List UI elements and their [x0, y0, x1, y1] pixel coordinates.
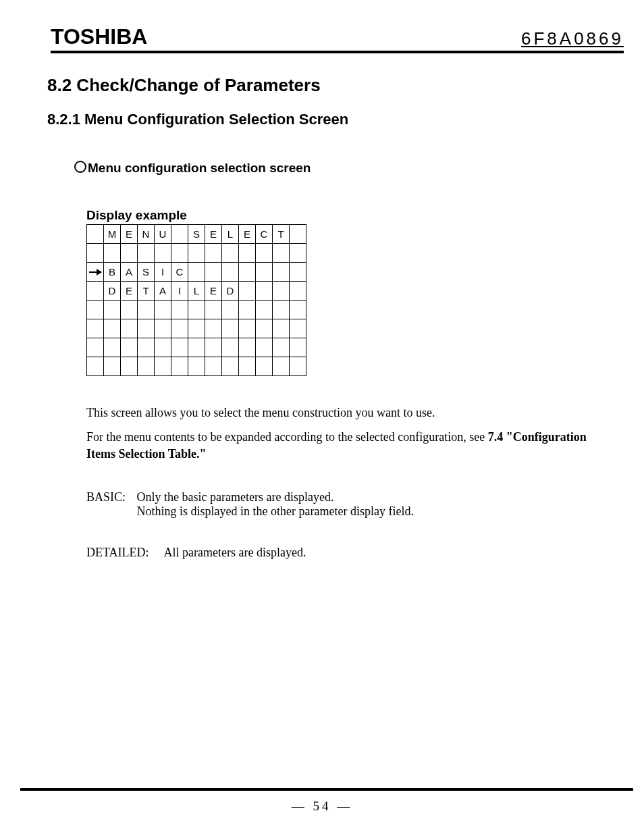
- display-example-label: Display example: [86, 208, 617, 223]
- lcd-row: [87, 244, 306, 263]
- lcd-cell: [138, 319, 155, 338]
- lcd-cell: [121, 301, 138, 319]
- lcd-cell: B: [104, 263, 121, 282]
- footer-rule: [20, 788, 633, 791]
- document-number: 6F8A0869: [521, 28, 624, 49]
- lcd-cell: E: [205, 282, 222, 301]
- lcd-cell: [222, 263, 239, 282]
- lcd-cell: [273, 301, 290, 319]
- lcd-cell: [290, 301, 306, 319]
- detailed-label: DETAILED:: [86, 546, 161, 560]
- lcd-cell: [290, 338, 306, 357]
- lcd-cell: [121, 244, 138, 263]
- lcd-row: [87, 301, 306, 319]
- lcd-cell: [188, 301, 205, 319]
- bullet-text: Menu configuration selection screen: [88, 161, 311, 175]
- lcd-cursor-cell: [87, 244, 104, 263]
- lcd-cell: [256, 263, 273, 282]
- basic-line-2: Nothing is displayed in the other parame…: [137, 504, 414, 518]
- lcd-cell: D: [222, 282, 239, 301]
- circle-bullet-icon: [74, 161, 86, 173]
- lcd-cell: [205, 357, 222, 376]
- lcd-cell: [239, 301, 256, 319]
- lcd-cell: [104, 244, 121, 263]
- lcd-cell: [138, 338, 155, 357]
- lcd-cell: I: [171, 282, 188, 301]
- section-heading: 8.2 Check/Change of Parameters: [47, 75, 617, 96]
- lcd-cell: [256, 282, 273, 301]
- lcd-grid: MENUSELECTBASICDETAILED: [86, 224, 306, 376]
- lcd-cell: [239, 338, 256, 357]
- lcd-row: [87, 338, 306, 357]
- lcd-cell: [256, 357, 273, 376]
- lcd-cell: [239, 282, 256, 301]
- lcd-cell: [138, 244, 155, 263]
- lcd-cell: [239, 244, 256, 263]
- lcd-cell: [290, 244, 306, 263]
- lcd-cell: [121, 357, 138, 376]
- lcd-cell: I: [155, 263, 171, 282]
- basic-body: Only the basic parameters are displayed.…: [137, 490, 414, 519]
- lcd-cell: [239, 263, 256, 282]
- lcd-cell: T: [138, 282, 155, 301]
- lcd-cell: [138, 357, 155, 376]
- lcd-cell: S: [138, 263, 155, 282]
- lcd-cursor-cell: [87, 319, 104, 338]
- lcd-cell: [290, 357, 306, 376]
- lcd-cell: L: [188, 282, 205, 301]
- page-header: TOSHIBA 6F8A0869: [51, 24, 624, 53]
- lcd-row: [87, 357, 306, 376]
- lcd-cell: [256, 301, 273, 319]
- lcd-cell: [222, 357, 239, 376]
- lcd-cell: [171, 225, 188, 244]
- detailed-body: All parameters are displayed.: [164, 546, 306, 560]
- lcd-cell: [222, 244, 239, 263]
- lcd-cell: [290, 263, 306, 282]
- lcd-cell: [222, 338, 239, 357]
- lcd-cell: [121, 338, 138, 357]
- lcd-cell: [273, 263, 290, 282]
- lcd-cell: C: [256, 225, 273, 244]
- lcd-cell: [171, 319, 188, 338]
- cursor-arrow-icon: [87, 263, 104, 282]
- lcd-cell: [273, 282, 290, 301]
- lcd-cell: [256, 338, 273, 357]
- lcd-cell: [188, 263, 205, 282]
- lcd-cell: E: [205, 225, 222, 244]
- lcd-cell: [171, 301, 188, 319]
- lcd-cell: [256, 319, 273, 338]
- lcd-cell: E: [121, 282, 138, 301]
- paragraph-1: This screen allows you to select the men…: [86, 405, 603, 421]
- lcd-cell: T: [273, 225, 290, 244]
- lcd-cell: N: [138, 225, 155, 244]
- lcd-cell: [155, 357, 171, 376]
- lcd-cell: [205, 319, 222, 338]
- lcd-cell: [104, 338, 121, 357]
- lcd-cell: [104, 357, 121, 376]
- lcd-cell: [188, 357, 205, 376]
- basic-row: BASIC: Only the basic parameters are dis…: [86, 490, 617, 519]
- lcd-cursor-cell: [87, 357, 104, 376]
- lcd-cell: [171, 244, 188, 263]
- lcd-cell: [121, 319, 138, 338]
- lcd-cell: [290, 225, 306, 244]
- lcd-cell: [188, 319, 205, 338]
- lcd-cell: [222, 301, 239, 319]
- lcd-cell: E: [239, 225, 256, 244]
- svg-marker-1: [97, 269, 102, 276]
- lcd-cell: [155, 301, 171, 319]
- lcd-cell: [239, 357, 256, 376]
- basic-line-1: Only the basic parameters are displayed.: [137, 490, 334, 504]
- page-number: — 54 —: [0, 799, 644, 814]
- lcd-cell: [138, 301, 155, 319]
- lcd-cell: C: [171, 263, 188, 282]
- lcd-cell: [188, 338, 205, 357]
- lcd-cell: [104, 319, 121, 338]
- lcd-cell: A: [121, 263, 138, 282]
- lcd-cell: [171, 338, 188, 357]
- subsection-heading: 8.2.1 Menu Configuration Selection Scree…: [47, 111, 617, 128]
- lcd-cell: U: [155, 225, 171, 244]
- lcd-cell: [273, 244, 290, 263]
- lcd-cell: [273, 357, 290, 376]
- lcd-row: DETAILED: [87, 282, 306, 301]
